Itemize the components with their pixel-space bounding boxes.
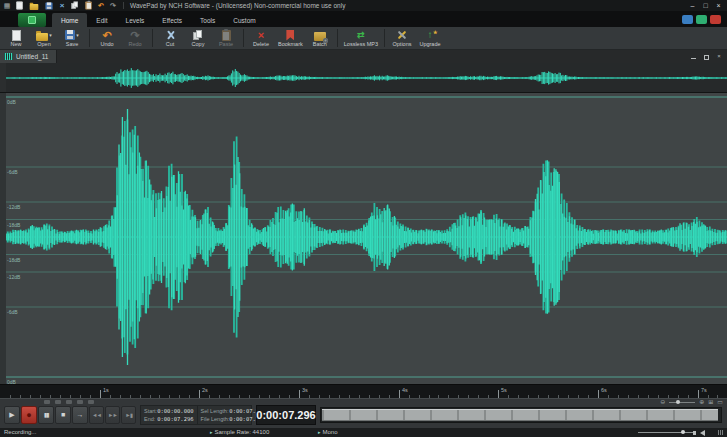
mini-toolbar-icon[interactable]	[55, 400, 61, 404]
zoom-out-icon[interactable]: ⊖	[660, 399, 665, 406]
delete-button[interactable]: × Delete	[247, 27, 275, 49]
bottom-control-bar: ▶ ● ▮▮ ■ → ◄◄ ►► ►▮ Start:0:00:00.000 En…	[0, 398, 727, 428]
child-window-buttons: ×	[689, 53, 727, 60]
paste-icon[interactable]	[84, 1, 93, 10]
playback-time-display: 0:00:07.296	[256, 405, 316, 425]
suite-app-icon-red[interactable]	[710, 15, 721, 24]
recording-status: Recording...	[4, 428, 36, 437]
mini-toolbar-icon[interactable]	[77, 400, 83, 404]
save-button[interactable]: ▾ Save	[58, 27, 86, 49]
bookmark-icon	[286, 30, 294, 41]
record-button[interactable]: ●	[21, 406, 37, 424]
cut-icon[interactable]: ×	[58, 1, 66, 10]
minimize-button[interactable]: –	[686, 1, 699, 10]
wavepad-window: ▦ × ↶ ↷ WavePad by NCH Software - (Unlic…	[0, 0, 727, 437]
fast-forward-button[interactable]: ►►	[105, 406, 120, 424]
convert-arrows-icon: ⇄	[357, 29, 365, 41]
maximize-button[interactable]: □	[699, 1, 712, 10]
scrollbar-thumb[interactable]	[322, 409, 718, 421]
tools-crossed-icon	[397, 30, 407, 40]
copy-icon[interactable]	[70, 1, 80, 10]
lossless-mp3-button[interactable]: ⇄ Lossless MP3	[341, 27, 381, 49]
save-file-icon[interactable]	[44, 1, 54, 10]
dropdown-caret-icon[interactable]: ▾	[49, 32, 52, 38]
stop-button[interactable]: ■	[55, 406, 71, 424]
dropdown-arrow-icon: ▸	[318, 429, 321, 435]
mini-toolbar-icon[interactable]	[88, 400, 94, 404]
tab-custom[interactable]: Custom	[224, 13, 264, 27]
ruler-second-label: 5s	[501, 387, 507, 393]
new-file-icon[interactable]	[15, 1, 24, 10]
zoom-slider-knob[interactable]	[676, 400, 680, 404]
save-floppy-icon	[65, 30, 75, 40]
mini-toolbar	[44, 400, 94, 404]
suite-app-icon-green[interactable]	[696, 15, 707, 24]
timeline-ruler[interactable]: 1s2s3s4s5s6s7s	[0, 384, 727, 398]
menu-icon[interactable]: ▦	[3, 1, 11, 10]
ruler-second-label: 2s	[202, 387, 208, 393]
open-file-icon[interactable]	[28, 1, 40, 10]
pause-button[interactable]: ▮▮	[38, 406, 54, 424]
sel-length-label: Sel Length:	[201, 407, 229, 415]
zoom-slider[interactable]	[669, 402, 695, 403]
upgrade-button[interactable]: ↑★ Upgrade	[416, 27, 444, 49]
play-button[interactable]: ▶	[4, 406, 20, 424]
suite-app-icon-blue[interactable]	[682, 15, 693, 24]
bookmark-button[interactable]: Bookmark	[275, 27, 306, 49]
skip-forward-button[interactable]: →	[72, 406, 88, 424]
copy-button[interactable]: Copy	[184, 27, 212, 49]
mini-toolbar-icon[interactable]	[66, 400, 72, 404]
child-restore-button[interactable]	[702, 53, 710, 60]
delete-x-icon: ×	[258, 29, 264, 41]
waveform-editor-panel[interactable]: 0dB0dB-6dB-6dB-12dB-12dB-18dB-18dB	[0, 93, 727, 384]
quick-access-toolbar: ▦ × ↶ ↷	[0, 0, 126, 11]
undo-icon[interactable]: ↶	[97, 1, 105, 10]
status-bar: Recording... ▸Sample Rate: 44100 ▸Mono	[0, 428, 727, 437]
channels-selector[interactable]: ▸Mono	[318, 428, 338, 437]
overview-waveform-panel[interactable]	[0, 63, 727, 93]
zoom-selection-icon[interactable]: ⊞	[708, 399, 713, 406]
options-button[interactable]: Options	[388, 27, 416, 49]
paste-button[interactable]: Paste	[212, 27, 240, 49]
page-icon	[16, 2, 22, 10]
new-button[interactable]: New	[2, 27, 30, 49]
file-length-label: File Length:	[201, 415, 230, 423]
close-button[interactable]: ×	[712, 1, 725, 10]
cut-button[interactable]: Cut	[156, 27, 184, 49]
undo-button[interactable]: ↶ Undo	[93, 27, 121, 49]
toolbar-separator	[243, 29, 244, 47]
child-close-button[interactable]: ×	[715, 53, 723, 60]
tab-levels[interactable]: Levels	[117, 13, 154, 27]
sample-rate-selector[interactable]: ▸Sample Rate: 44100	[210, 428, 269, 437]
wavepad-logo-icon	[28, 16, 36, 24]
tab-effects[interactable]: Effects	[153, 13, 191, 27]
tab-tools[interactable]: Tools	[191, 13, 224, 27]
file-menu-button[interactable]	[18, 13, 46, 27]
batch-button[interactable]: Batch	[306, 27, 334, 49]
tab-edit[interactable]: Edit	[87, 13, 116, 27]
child-minimize-button[interactable]	[689, 53, 697, 60]
horizontal-scrollbar[interactable]	[320, 407, 722, 423]
rewind-button[interactable]: ◄◄	[89, 406, 104, 424]
toolbar-separator	[152, 29, 153, 47]
transport-controls: ▶ ● ▮▮ ■ → ◄◄ ►► ►▮	[4, 406, 136, 424]
redo-arrow-icon: ↷	[130, 29, 139, 41]
document-tab-bar: Untitled_11 ×	[0, 50, 727, 63]
start-end-column: Start:0:00:00.000 End:0:00:07.296	[141, 406, 197, 424]
suite-app-icons	[682, 15, 727, 27]
zoom-fit-icon[interactable]: ▭	[717, 399, 723, 406]
dropdown-caret-icon[interactable]: ▾	[76, 32, 79, 38]
redo-icon[interactable]: ↷	[109, 1, 117, 10]
volume-slider[interactable]	[638, 432, 693, 433]
speaker-icon[interactable]	[700, 430, 705, 436]
volume-knob[interactable]	[681, 430, 685, 434]
tab-home[interactable]: Home	[52, 13, 87, 27]
go-to-end-button[interactable]: ►▮	[121, 406, 136, 424]
redo-button[interactable]: ↷ Redo	[121, 27, 149, 49]
toolbar-separator	[337, 29, 338, 47]
ruler-second-label: 4s	[402, 387, 408, 393]
open-button[interactable]: ▾ Open	[30, 27, 58, 49]
zoom-in-icon[interactable]: ⊕	[699, 399, 704, 406]
mini-toolbar-icon[interactable]	[44, 400, 50, 404]
document-tab-untitled-11[interactable]: Untitled_11	[0, 50, 57, 63]
